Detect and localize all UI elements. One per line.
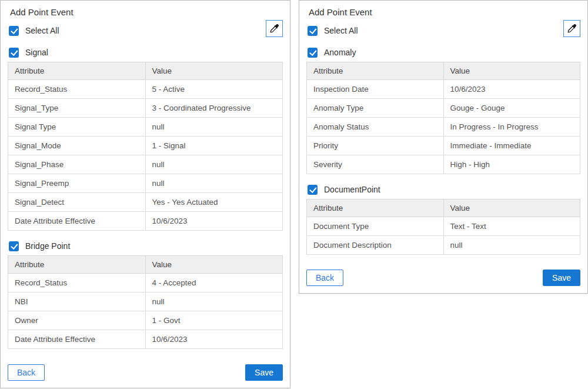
table-row: Owner 1 - Govt (8, 311, 283, 330)
group-label-row: Anomaly (308, 47, 580, 58)
attribute-groups: Signal Attribute Value Record_Status 5 -… (8, 37, 283, 349)
select-all-row: Select All (308, 25, 580, 36)
table-row: Signal_Phase null (8, 155, 283, 174)
group-label: Signal (25, 47, 48, 58)
group-checkbox[interactable] (9, 241, 19, 251)
save-button[interactable]: Save (245, 364, 283, 381)
group-label-row: Bridge Point (9, 241, 283, 251)
table-row: Signal_Mode 1 - Signal (8, 137, 283, 155)
col-value: Value (145, 256, 283, 274)
value-cell: null (145, 118, 283, 137)
table-row: Date Attribute Effective 10/6/2023 (8, 212, 283, 231)
table-row: Document Description null (307, 236, 580, 255)
attribute-cell: Priority (307, 137, 444, 155)
attribute-table: Attribute Value Record_Status 5 - Active… (8, 62, 283, 231)
table-row: Severity High - High (307, 155, 580, 174)
attribute-cell: Record_Status (8, 80, 146, 99)
value-cell: null (145, 174, 283, 193)
group-checkbox[interactable] (9, 48, 19, 58)
value-cell: In Progress - In Progress (443, 118, 580, 137)
attribute-group: Bridge Point Attribute Value Record_Stat… (8, 241, 283, 349)
value-cell: 1 - Govt (145, 311, 283, 330)
col-value: Value (443, 200, 580, 217)
eyedropper-button[interactable] (266, 20, 283, 37)
attribute-cell: Anomaly Status (307, 118, 444, 137)
attribute-cell: Severity (307, 155, 444, 174)
attribute-table: Attribute Value Record_Status 4 - Accept… (8, 255, 283, 349)
select-all-label: Select All (25, 25, 59, 36)
attribute-groups: Anomaly Attribute Value Inspection Date … (306, 37, 580, 255)
table-row: Priority Immediate - Immediate (307, 137, 580, 155)
add-point-event-panel: Add Point Event Select All Anomaly Attri… (299, 0, 588, 294)
table-row: Signal_Preemp null (8, 174, 283, 193)
attribute-table: Attribute Value Inspection Date 10/6/202… (306, 62, 580, 174)
attribute-cell: Record_Status (8, 274, 146, 292)
table-row: Record_Status 4 - Accepted (8, 274, 283, 292)
select-all-row: Select All (9, 25, 283, 36)
attribute-cell: NBI (8, 292, 146, 311)
panel-title: Add Point Event (10, 6, 283, 18)
panel-footer: Back Save (306, 264, 580, 286)
select-all-checkbox[interactable] (9, 26, 19, 36)
panel-footer: Back Save (8, 358, 283, 381)
attribute-cell: Anomaly Type (307, 99, 444, 118)
value-cell: High - High (443, 155, 580, 174)
table-row: Signal Type null (8, 118, 283, 137)
col-attribute: Attribute (307, 62, 444, 80)
select-all-checkbox[interactable] (308, 26, 318, 36)
table-row: Date Attribute Effective 10/6/2023 (8, 330, 283, 349)
eyedropper-icon (567, 24, 577, 34)
attribute-cell: Signal_Preemp (8, 174, 146, 193)
value-cell: Yes - Yes Actuated (145, 193, 283, 212)
table-row: Inspection Date 10/6/2023 (307, 80, 580, 99)
select-all-label: Select All (324, 25, 358, 36)
group-label-row: Signal (9, 47, 283, 58)
table-row: Anomaly Type Gouge - Gouge (307, 99, 580, 118)
table-header-row: Attribute Value (8, 62, 283, 80)
table-row: Signal_Detect Yes - Yes Actuated (8, 193, 283, 212)
table-header-row: Attribute Value (8, 256, 283, 274)
attribute-cell: Inspection Date (307, 80, 444, 99)
group-checkbox[interactable] (308, 48, 318, 58)
table-header-row: Attribute Value (307, 62, 580, 80)
attribute-cell: Document Type (307, 217, 444, 236)
group-label: Anomaly (324, 47, 356, 58)
table-row: Signal_Type 3 - Coordinated Progressive (8, 99, 283, 118)
attribute-group: Signal Attribute Value Record_Status 5 -… (8, 47, 283, 231)
value-cell: Gouge - Gouge (443, 99, 580, 118)
table-header-row: Attribute Value (307, 200, 580, 217)
back-button[interactable]: Back (306, 270, 343, 286)
attribute-cell: Signal_Type (8, 99, 146, 118)
back-button[interactable]: Back (8, 364, 45, 381)
panel-title: Add Point Event (309, 6, 580, 18)
attribute-cell: Date Attribute Effective (8, 330, 146, 349)
table-row: Anomaly Status In Progress - In Progress (307, 118, 580, 137)
table-row: NBI null (8, 292, 283, 311)
col-attribute: Attribute (307, 200, 444, 217)
attribute-cell: Signal_Phase (8, 155, 146, 174)
col-value: Value (443, 62, 580, 80)
group-label: DocumentPoint (324, 184, 380, 195)
save-button[interactable]: Save (543, 270, 580, 286)
eyedropper-button[interactable] (563, 20, 580, 37)
eyedropper-icon (269, 24, 279, 34)
value-cell: null (145, 155, 283, 174)
attribute-cell: Signal_Mode (8, 137, 146, 155)
value-cell: 5 - Active (145, 80, 283, 99)
attribute-cell: Date Attribute Effective (8, 212, 146, 231)
value-cell: Immediate - Immediate (443, 137, 580, 155)
add-point-event-panel: Add Point Event Select All Signal Attrib… (0, 0, 290, 388)
value-cell: 1 - Signal (145, 137, 283, 155)
value-cell: null (443, 236, 580, 255)
value-cell: Text - Text (443, 217, 580, 236)
group-checkbox[interactable] (308, 185, 318, 195)
value-cell: null (145, 292, 283, 311)
table-row: Document Type Text - Text (307, 217, 580, 236)
attribute-group: Anomaly Attribute Value Inspection Date … (306, 47, 580, 174)
attribute-table: Attribute Value Document Type Text - Tex… (306, 199, 580, 255)
value-cell: 3 - Coordinated Progressive (145, 99, 283, 118)
attribute-cell: Document Description (307, 236, 444, 255)
table-row: Record_Status 5 - Active (8, 80, 283, 99)
col-value: Value (145, 62, 283, 80)
attribute-cell: Owner (8, 311, 146, 330)
